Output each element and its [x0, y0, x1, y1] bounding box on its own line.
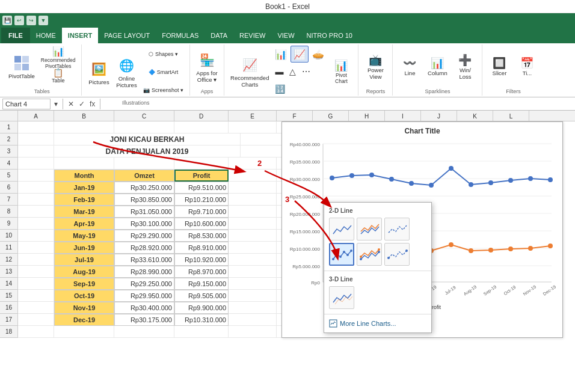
tab-home[interactable]: HOME — [30, 28, 62, 43]
chart-type-line-stacked-markers[interactable] — [357, 243, 382, 266]
cell-e14[interactable] — [229, 278, 277, 290]
cell-a18[interactable] — [18, 326, 54, 338]
cell-a6[interactable] — [18, 182, 54, 194]
tab-nitro[interactable]: NITRO PRO 10 — [301, 28, 358, 43]
cell-d1[interactable] — [174, 121, 229, 133]
apps-for-office-button[interactable]: 🏪 Apps forOffice ▾ — [194, 47, 220, 87]
cell-d11[interactable]: Rp8.910.000 — [174, 242, 229, 254]
line-chart-btn[interactable]: 📈 — [291, 46, 309, 63]
cell-a15[interactable] — [18, 290, 54, 302]
cell-e16[interactable] — [229, 302, 277, 314]
cell-c5-omzet[interactable]: Omzet — [114, 170, 174, 182]
cell-b6[interactable]: Jan-19 — [54, 182, 114, 194]
chart-type-line-100-markers[interactable] — [384, 243, 410, 266]
online-pictures-button[interactable]: 🌐 OnlinePictures — [113, 52, 140, 92]
pivot-chart-button[interactable]: 📊 PivotChart — [328, 52, 354, 91]
cell-b15[interactable]: Oct-19 — [54, 290, 114, 302]
cell-e6[interactable] — [229, 182, 277, 194]
cell-e10[interactable] — [229, 230, 277, 242]
cell-b8[interactable]: Mar-19 — [54, 206, 114, 218]
pictures-button[interactable]: 🖼️ Pictures — [85, 52, 112, 92]
power-view-button[interactable]: 📺 PowerView — [362, 47, 389, 87]
cell-a4[interactable] — [18, 158, 54, 170]
cell-c7[interactable]: Rp30.850.000 — [114, 194, 174, 206]
cell-e9[interactable] — [229, 218, 277, 230]
pie-chart-btn[interactable]: 🥧 — [310, 46, 327, 63]
screenshot-button[interactable]: 📷 Screenshot ▾ — [141, 82, 186, 99]
cell-c15[interactable]: Rp29.950.000 — [114, 290, 174, 302]
timeline-button[interactable]: 📅 Ti... — [514, 47, 540, 87]
cell-c14[interactable]: Rp29.250.000 — [114, 278, 174, 290]
recommended-pivot-button[interactable]: 📊 RecommendedPivotTables — [38, 49, 78, 66]
cell-d12[interactable]: Rp10.920.000 — [174, 254, 229, 266]
pivot-chart-btn[interactable]: 🔢 — [272, 81, 288, 97]
chart-type-line-stacked[interactable] — [357, 218, 382, 240]
cell-d14[interactable]: Rp9.150.000 — [174, 278, 229, 290]
slicer-button[interactable]: 🔲 Slicer — [486, 47, 512, 87]
tab-page-layout[interactable]: PAGE LAYOUT — [98, 28, 156, 43]
cell-d8[interactable]: Rp9.710.000 — [174, 206, 229, 218]
chart-type-line-markers[interactable] — [329, 243, 354, 266]
smartart-button[interactable]: 🔷 SmartArt — [141, 64, 186, 81]
cell-c10[interactable]: Rp29.290.000 — [114, 230, 174, 242]
cell-e18[interactable] — [229, 326, 277, 338]
cell-e5[interactable] — [229, 170, 277, 182]
cell-b5-month[interactable]: Month — [54, 170, 114, 182]
tab-data[interactable]: DATA — [204, 28, 233, 43]
area-chart-btn[interactable]: △ — [287, 63, 298, 80]
more-charts-link[interactable]: More Line Charts... — [324, 317, 431, 330]
shapes-button[interactable]: ⬡ Shapes ▾ — [141, 46, 186, 63]
tab-file[interactable]: FILE — [1, 28, 30, 43]
cell-d13[interactable]: Rp8.970.000 — [174, 266, 229, 278]
formula-input[interactable] — [104, 100, 573, 108]
cell-e7[interactable] — [229, 194, 277, 206]
cell-b13[interactable]: Aug-19 — [54, 266, 114, 278]
cell-b3[interactable]: DATA PENJUALAN 2019 — [54, 145, 241, 158]
column-chart-btn[interactable]: 📊 — [272, 46, 289, 63]
line-sparkline-button[interactable]: 〰️ Line — [396, 47, 423, 87]
name-box[interactable] — [2, 99, 51, 109]
save-icon[interactable]: 💾 — [2, 16, 12, 25]
cell-a13[interactable] — [18, 266, 54, 278]
cell-e1[interactable] — [229, 121, 277, 133]
cell-d17[interactable]: Rp10.310.000 — [174, 314, 229, 326]
cell-e11[interactable] — [229, 242, 277, 254]
cell-c6[interactable]: Rp30.250.000 — [114, 182, 174, 194]
cell-b18[interactable] — [54, 326, 114, 338]
cell-e13[interactable] — [229, 266, 277, 278]
undo-icon[interactable]: ↩ — [14, 16, 24, 25]
cell-c4[interactable] — [114, 158, 174, 170]
cell-c8[interactable]: Rp31.050.000 — [114, 206, 174, 218]
column-sparkline-button[interactable]: 📊 Column — [424, 47, 450, 87]
cell-d15[interactable]: Rp9.505.000 — [174, 290, 229, 302]
cell-c1[interactable] — [114, 121, 174, 133]
customize-qat-icon[interactable]: ▼ — [38, 16, 48, 25]
pivot-table-button[interactable]: PivotTable — [6, 47, 37, 87]
chart-type-line-100[interactable] — [384, 218, 410, 240]
cell-a8[interactable] — [18, 206, 54, 218]
cell-c13[interactable]: Rp28.990.000 — [114, 266, 174, 278]
tab-insert[interactable]: INSERT — [62, 28, 98, 43]
cell-c18[interactable] — [114, 326, 174, 338]
cell-a12[interactable] — [18, 254, 54, 266]
cell-b11[interactable]: Jun-19 — [54, 242, 114, 254]
cell-c11[interactable]: Rp28.920.000 — [114, 242, 174, 254]
cell-b10[interactable]: May-19 — [54, 230, 114, 242]
cell-a14[interactable] — [18, 278, 54, 290]
cell-e8[interactable] — [229, 206, 277, 218]
tab-formulas[interactable]: FORMULAS — [156, 28, 204, 43]
chart-type-line-3d[interactable] — [329, 286, 354, 309]
cell-d6[interactable]: Rp9.510.000 — [174, 182, 229, 194]
tab-view[interactable]: VIEW — [271, 28, 300, 43]
cell-c17[interactable]: Rp30.175.000 — [114, 314, 174, 326]
cell-a7[interactable] — [18, 194, 54, 206]
cell-b12[interactable]: Jul-19 — [54, 254, 114, 266]
cell-e12[interactable] — [229, 254, 277, 266]
cell-a9[interactable] — [18, 218, 54, 230]
cell-e4[interactable] — [229, 158, 277, 170]
cell-d18[interactable] — [174, 326, 229, 338]
cell-c16[interactable]: Rp30.400.000 — [114, 302, 174, 314]
cell-a2[interactable] — [18, 133, 54, 145]
tab-review[interactable]: REVIEW — [233, 28, 271, 43]
cell-a3[interactable] — [18, 145, 54, 158]
